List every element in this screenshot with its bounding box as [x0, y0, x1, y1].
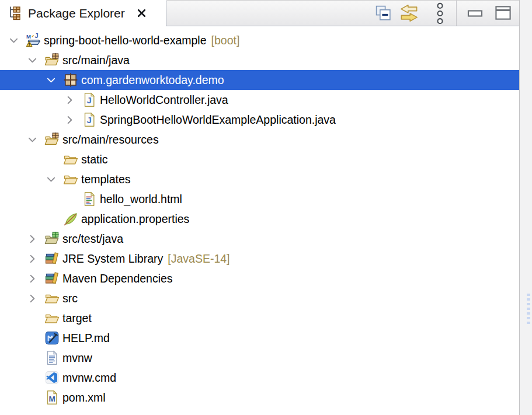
test-source-folder-icon — [44, 231, 60, 246]
chevron-right-icon[interactable] — [26, 229, 44, 249]
tree-item-maven-dependencies[interactable]: Maven Dependencies — [0, 268, 519, 288]
minimize-button[interactable] — [465, 5, 486, 22]
maven-java-project-warning-icon — [26, 33, 41, 48]
tree-item-target[interactable]: target — [0, 308, 519, 328]
view-title: Package Explorer — [28, 6, 125, 20]
java-package-icon — [63, 72, 78, 88]
close-icon[interactable] — [134, 6, 149, 21]
view-menu-button[interactable] — [434, 1, 446, 26]
folder-icon — [63, 152, 78, 167]
view-toolbar — [166, 0, 519, 26]
javase-annotation: [JavaSE-14] — [168, 252, 230, 266]
tree-item-project[interactable]: spring-boot-hello-world-example [boot] — [0, 30, 519, 50]
boot-annotation: [boot] — [211, 34, 240, 47]
java-file-icon — [82, 112, 97, 127]
chevron-spacer — [26, 368, 44, 388]
tree-item-src-test-java[interactable]: src/test/java — [0, 229, 519, 249]
tree-item-package-selected[interactable]: com.gardenworktoday.demo — [0, 70, 519, 90]
chevron-down-icon[interactable] — [26, 130, 44, 149]
tree-item-src[interactable]: src — [0, 288, 519, 308]
link-with-editor-button[interactable] — [398, 3, 420, 24]
chevron-spacer — [64, 189, 82, 209]
folder-icon — [63, 172, 78, 187]
maven-pom-file-icon — [44, 390, 60, 405]
tree-item-mvnw-cmd[interactable]: mvnw.cmd — [0, 368, 519, 388]
tree-item-application-properties[interactable]: application.properties — [0, 209, 519, 229]
chevron-right-icon[interactable] — [26, 288, 44, 308]
folder-icon — [44, 291, 60, 306]
java-source-folder-icon — [44, 132, 60, 147]
chevron-right-icon[interactable] — [26, 268, 44, 288]
tree-item-jre-system-library[interactable]: JRE System Library [JavaSE-14] — [0, 249, 519, 268]
chevron-right-icon[interactable] — [64, 90, 82, 110]
tree-item-mvnw[interactable]: mvnw — [0, 348, 519, 368]
folder-icon — [44, 311, 60, 326]
chevron-spacer — [45, 149, 63, 169]
chevron-down-icon[interactable] — [45, 169, 63, 189]
tree-item-application-java[interactable]: SpringBootHelloWorldExampleApplication.j… — [0, 110, 519, 130]
tree-item-src-main-resources[interactable]: src/main/resources — [0, 130, 519, 149]
tree-item-src-main-java[interactable]: src/main/java — [0, 50, 519, 70]
chevron-down-icon[interactable] — [8, 30, 26, 50]
tree-item-hello-world-html[interactable]: hello_world.html — [0, 189, 519, 209]
chevron-right-icon[interactable] — [64, 110, 82, 130]
tab-package-explorer[interactable]: Package Explorer — [0, 0, 166, 26]
tree-item-templates[interactable]: templates — [0, 169, 519, 189]
tree-item-pom-xml[interactable]: pom.xml — [0, 388, 519, 407]
chevron-spacer — [26, 308, 44, 328]
html-file-icon — [82, 191, 97, 207]
java-source-folder-icon — [44, 53, 60, 68]
tree-item-helloworldcontroller[interactable]: HelloWorldController.java — [0, 90, 519, 110]
toolbar-divider — [456, 1, 457, 26]
chevron-spacer — [26, 388, 44, 407]
library-icon — [44, 271, 60, 286]
project-tree: spring-boot-hello-world-example [boot] s… — [0, 26, 519, 415]
chevron-down-icon[interactable] — [26, 50, 44, 70]
tree-item-static[interactable]: static — [0, 149, 519, 169]
tree-item-help-md[interactable]: HELP.md — [0, 328, 519, 348]
chevron-spacer — [45, 209, 63, 229]
package-explorer-icon — [8, 5, 22, 22]
chevron-down-icon[interactable] — [45, 70, 63, 90]
view-tab-bar: Package Explorer — [0, 0, 519, 26]
text-file-icon — [44, 350, 60, 365]
markdown-file-icon — [44, 330, 60, 346]
right-edge-strip — [519, 0, 532, 415]
maximize-button[interactable] — [493, 5, 513, 22]
java-file-icon — [82, 92, 97, 107]
package-explorer-view: Package Explorer — [0, 0, 532, 415]
collapse-all-button[interactable] — [373, 4, 393, 23]
chevron-spacer — [26, 348, 44, 368]
library-icon — [44, 251, 60, 266]
chevron-spacer — [26, 328, 44, 348]
spring-leaf-icon — [63, 211, 78, 226]
chevron-right-icon[interactable] — [26, 249, 44, 268]
scrollbar-hint[interactable] — [527, 294, 530, 325]
cmd-file-icon — [44, 370, 60, 385]
